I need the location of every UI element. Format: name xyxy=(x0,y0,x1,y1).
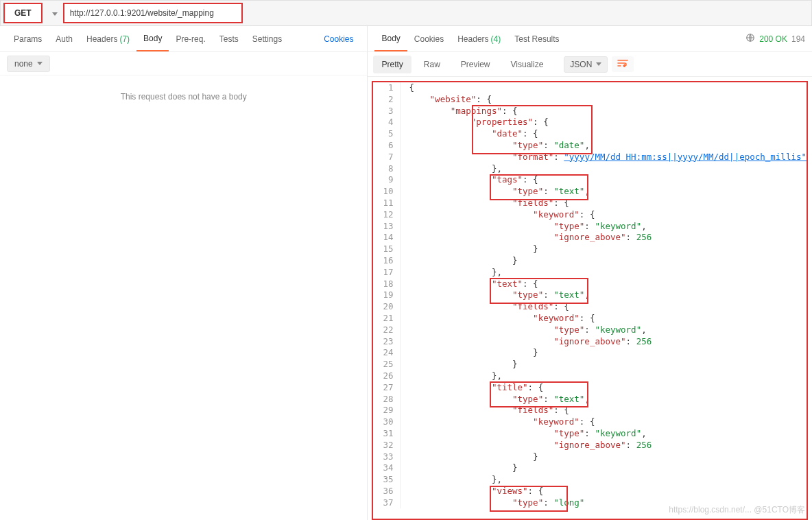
tab-tests[interactable]: Tests xyxy=(213,26,246,51)
line-number: 5 xyxy=(373,128,401,140)
code-line: 27 "title": { xyxy=(373,382,807,394)
code-line: 34 } xyxy=(373,462,807,474)
status-code: 200 OK xyxy=(759,34,787,44)
code-line: 5 "date": { xyxy=(373,128,807,140)
line-number: 36 xyxy=(373,486,401,497)
code-line: 32 "ignore_above": 256 xyxy=(373,440,807,451)
line-number: 4 xyxy=(373,117,401,128)
url-input[interactable]: http://127.0.0.1:9201/website/_mapping xyxy=(63,3,243,23)
subtab-raw[interactable]: Raw xyxy=(416,56,449,73)
code-line: 35 }, xyxy=(373,474,807,486)
resp-tab-test-results[interactable]: Test Results xyxy=(508,26,566,51)
line-number: 13 xyxy=(373,221,401,233)
chevron-down-icon[interactable] xyxy=(52,8,58,18)
code-line: 8 }, xyxy=(373,163,807,175)
code-line: 11 "fields": { xyxy=(373,198,807,209)
resp-tab-headers[interactable]: Headers (4) xyxy=(451,26,508,51)
response-pane: Body Cookies Headers (4) Test Results 20… xyxy=(368,26,812,520)
line-number: 3 xyxy=(373,106,401,117)
line-number: 11 xyxy=(373,198,401,209)
code-line: 25 } xyxy=(373,359,807,370)
line-number: 7 xyxy=(373,152,401,163)
line-number: 1 xyxy=(373,82,401,94)
request-pane: Params Auth Headers (7) Body Pre-req. Te… xyxy=(0,26,368,520)
response-body[interactable]: 1{2 "website": {3 "mappings": {4 "proper… xyxy=(372,81,808,520)
code-line: 24 } xyxy=(373,347,807,359)
code-line: 14 "ignore_above": 256 xyxy=(373,232,807,244)
resp-tab-cookies[interactable]: Cookies xyxy=(407,26,451,51)
wrap-icon[interactable] xyxy=(612,56,634,72)
code-line: 1{ xyxy=(373,82,807,94)
line-number: 29 xyxy=(373,405,401,416)
code-line: 17 }, xyxy=(373,267,807,279)
body-controls: none xyxy=(0,52,367,75)
code-line: 9 "tags": { xyxy=(373,174,807,186)
headers-count: (7) xyxy=(119,34,130,44)
line-number: 6 xyxy=(373,140,401,152)
line-number: 27 xyxy=(373,382,401,394)
line-number: 19 xyxy=(373,289,401,301)
line-number: 10 xyxy=(373,186,401,198)
response-subtabs: Pretty Raw Preview Visualize JSON xyxy=(368,52,812,77)
line-number: 30 xyxy=(373,416,401,428)
line-number: 25 xyxy=(373,359,401,370)
subtab-pretty[interactable]: Pretty xyxy=(373,56,411,73)
tab-prereq[interactable]: Pre-req. xyxy=(169,26,212,51)
line-number: 34 xyxy=(373,462,401,474)
empty-body-message: This request does not have a body xyxy=(0,92,367,102)
code-line: 18 "text": { xyxy=(373,279,807,290)
code-line: 23 "ignore_above": 256 xyxy=(373,336,807,348)
code-line: 28 "type": "text", xyxy=(373,394,807,405)
line-number: 18 xyxy=(373,279,401,290)
line-number: 21 xyxy=(373,313,401,324)
resp-tab-body[interactable]: Body xyxy=(374,26,407,51)
tab-body[interactable]: Body xyxy=(136,26,169,51)
resp-headers-count: (4) xyxy=(491,34,501,44)
body-type-select[interactable]: none xyxy=(7,56,50,72)
request-tabs: Params Auth Headers (7) Body Pre-req. Te… xyxy=(0,26,367,52)
url-text: http://127.0.0.1:9201/website/_mapping xyxy=(70,8,214,18)
line-number: 15 xyxy=(373,244,401,255)
code-line: 30 "keyword": { xyxy=(373,416,807,428)
tab-settings[interactable]: Settings xyxy=(246,26,289,51)
line-number: 17 xyxy=(373,267,401,279)
chevron-down-icon xyxy=(596,62,601,66)
code-line: 19 "type": "text", xyxy=(373,289,807,301)
response-tabs: Body Cookies Headers (4) Test Results 20… xyxy=(368,26,812,52)
cookies-link[interactable]: Cookies xyxy=(317,26,360,51)
line-number: 28 xyxy=(373,394,401,405)
code-line: 4 "properties": { xyxy=(373,117,807,128)
globe-icon[interactable] xyxy=(745,33,755,45)
watermark: https://blog.csdn.net/... @51CTO博客 xyxy=(669,504,805,516)
tab-params[interactable]: Params xyxy=(7,26,49,51)
code-line: 29 "fields": { xyxy=(373,405,807,416)
line-number: 20 xyxy=(373,301,401,313)
line-number: 35 xyxy=(373,474,401,486)
tab-headers[interactable]: Headers (7) xyxy=(80,26,136,51)
code-line: 21 "keyword": { xyxy=(373,313,807,324)
code-line: 13 "type": "keyword", xyxy=(373,221,807,233)
code-line: 20 "fields": { xyxy=(373,301,807,313)
code-line: 15 } xyxy=(373,244,807,255)
code-line: 6 "type": "date", xyxy=(373,140,807,152)
code-line: 22 "type": "keyword", xyxy=(373,324,807,336)
code-line: 7 "format": "yyyy/MM/dd HH:mm:ss||yyyy/M… xyxy=(373,152,807,163)
line-number: 23 xyxy=(373,336,401,348)
chevron-down-icon xyxy=(37,62,43,65)
http-method-select[interactable]: GET xyxy=(3,3,43,23)
line-number: 8 xyxy=(373,163,401,175)
code-line: 3 "mappings": { xyxy=(373,106,807,117)
response-time: 194 xyxy=(791,34,805,44)
line-number: 22 xyxy=(373,324,401,336)
subtab-preview[interactable]: Preview xyxy=(453,56,499,73)
code-line: 26 }, xyxy=(373,370,807,382)
line-number: 16 xyxy=(373,255,401,267)
subtab-visualize[interactable]: Visualize xyxy=(503,56,552,73)
line-number: 12 xyxy=(373,209,401,221)
code-line: 33 } xyxy=(373,451,807,463)
code-line: 2 "website": { xyxy=(373,94,807,106)
line-number: 26 xyxy=(373,370,401,382)
tab-auth[interactable]: Auth xyxy=(49,26,80,51)
line-number: 14 xyxy=(373,232,401,244)
format-select[interactable]: JSON xyxy=(564,56,608,73)
